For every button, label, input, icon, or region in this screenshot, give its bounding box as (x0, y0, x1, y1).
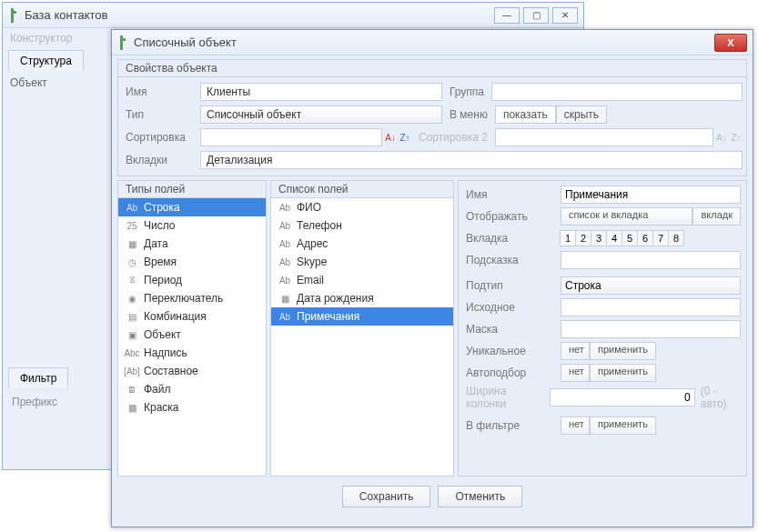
r-name-input[interactable] (561, 186, 741, 204)
r-display-label: Отображать (464, 210, 561, 223)
r-display-value[interactable]: список и вкладка (561, 207, 692, 226)
num-icon: 25 (126, 219, 138, 232)
inmenu-label: В меню (442, 108, 495, 121)
props-title: Свойства объекта (118, 60, 746, 77)
bg-object-label: Объект (10, 76, 47, 89)
r-filter-label: В фильтре (464, 419, 561, 432)
sort2-asc-icon[interactable]: A↓ (715, 129, 728, 146)
r-unique-value[interactable]: нет (561, 342, 590, 360)
r-default-input[interactable] (561, 298, 741, 316)
minimize-button[interactable]: — (494, 7, 520, 24)
tab-num-6[interactable]: 6 (637, 230, 653, 246)
type-item-label: Число (144, 219, 176, 232)
tab-num-7[interactable]: 7 (652, 230, 669, 246)
type-item-label: Составное (144, 365, 198, 377)
type-item-label: Период (144, 274, 182, 286)
tab-num-8[interactable]: 8 (668, 230, 684, 246)
r-mask-input[interactable] (561, 320, 741, 338)
field-item-label: Дата рождения (297, 292, 374, 305)
field-props-panel: Имя Отображать список и вкладка вкладк В… (458, 180, 747, 477)
inmenu-toggle[interactable]: показать скрыть (495, 105, 607, 124)
r-auto-label: Автоподбор (464, 366, 561, 379)
type-item-switch[interactable]: ◉Переключатель (118, 289, 266, 307)
type-item-label: Файл (144, 383, 171, 396)
bg-titlebar: База контактов — ▢ ✕ (3, 3, 583, 28)
group-label: Группа (442, 85, 491, 98)
dialog-buttons: Сохранить Отменить (112, 480, 753, 513)
sort-buttons: A↓ Z↑ (384, 129, 411, 146)
type-item-label: Надпись (144, 346, 187, 359)
combo-icon: ▤ (126, 310, 138, 323)
sort2-desc-icon[interactable]: Z↑ (730, 129, 743, 146)
r-hint-input[interactable] (561, 251, 741, 269)
group-input[interactable] (491, 83, 743, 101)
r-auto-apply[interactable]: применить (590, 364, 656, 382)
sort-input[interactable] (200, 128, 382, 146)
bg-filter-tab[interactable]: Фильтр (8, 367, 68, 388)
tab-num-5[interactable]: 5 (622, 230, 638, 246)
tab-numbers: 12345678 (561, 230, 684, 246)
save-button[interactable]: Сохранить (342, 486, 431, 507)
svg-rect-3 (123, 38, 126, 41)
type-item-time[interactable]: ◷Время (118, 253, 266, 271)
type-item-obj[interactable]: ▣Объект (118, 326, 266, 344)
type-item-color[interactable]: ▩Краска (118, 398, 266, 417)
type-item-period[interactable]: ⧖Период (118, 271, 266, 289)
date-icon: ▦ (278, 292, 291, 305)
types-title: Типы полей (118, 181, 266, 198)
name-input[interactable] (200, 83, 442, 101)
types-list: AbСтрока25Число▦Дата◷Время⧖Период◉Перекл… (118, 198, 266, 476)
r-mask-label: Маска (464, 323, 561, 336)
sort2-input[interactable] (495, 128, 713, 146)
field-item[interactable]: AbEmail (271, 271, 453, 289)
sort-asc-icon[interactable]: A↓ (384, 129, 397, 146)
cancel-button[interactable]: Отменить (438, 486, 522, 507)
r-colw-label: Ширина колонки (464, 385, 550, 410)
maximize-button[interactable]: ▢ (523, 7, 549, 24)
tab-num-3[interactable]: 3 (591, 230, 607, 246)
tab-num-4[interactable]: 4 (606, 230, 622, 246)
type-item-label: Комбинация (144, 310, 207, 323)
bg-tab-structure[interactable]: Структура (8, 50, 84, 71)
field-item[interactable]: ▦Дата рождения (271, 289, 453, 307)
r-unique-label: Уникальное (464, 345, 561, 357)
inmenu-hide[interactable]: скрыть (556, 105, 607, 124)
period-icon: ⧖ (126, 274, 138, 286)
r-colw-input[interactable] (550, 388, 695, 407)
close-button[interactable]: ✕ (552, 7, 578, 24)
type-item-combo[interactable]: ▤Комбинация (118, 307, 266, 326)
str-icon: Ab (278, 237, 291, 250)
tabs-input[interactable] (200, 151, 743, 169)
tab-num-1[interactable]: 1 (560, 230, 576, 246)
r-filter-value[interactable]: нет (561, 417, 590, 435)
field-list-panel: Список полей AbФИОAbТелефонAbАдресAbSkyp… (270, 180, 454, 477)
type-item-file[interactable]: 🗎Файл (118, 380, 266, 398)
r-hint-label: Подсказка (464, 254, 561, 266)
close-icon[interactable]: X (714, 34, 747, 52)
field-item-label: Примечания (297, 310, 359, 323)
type-item-str[interactable]: AbСтрока (118, 198, 266, 216)
inmenu-show[interactable]: показать (495, 105, 556, 124)
type-item-label: Время (144, 256, 177, 268)
type-item-label: Дата (144, 237, 168, 250)
field-item[interactable]: AbАдрес (271, 235, 453, 253)
field-item[interactable]: AbФИО (271, 198, 453, 216)
r-auto-value[interactable]: нет (561, 364, 590, 382)
type-item-num[interactable]: 25Число (118, 216, 266, 235)
field-item[interactable]: AbПримечания (271, 307, 453, 326)
field-item[interactable]: AbТелефон (271, 216, 453, 235)
tab-num-2[interactable]: 2 (575, 230, 591, 246)
str-icon: Ab (278, 274, 291, 286)
r-unique-apply[interactable]: применить (590, 342, 656, 360)
r-filter-apply[interactable]: применить (590, 417, 656, 435)
r-display-btn[interactable]: вкладк (692, 207, 741, 226)
type-item-date[interactable]: ▦Дата (118, 235, 266, 253)
sort-desc-icon[interactable]: Z↑ (399, 129, 411, 146)
r-subtype-value[interactable]: Строка (561, 276, 741, 295)
type-item-compound[interactable]: [Ab]Составное (118, 362, 266, 380)
field-item-label: Телефон (297, 219, 342, 232)
type-item-label[interactable]: AbcНадпись (118, 344, 266, 362)
field-item[interactable]: AbSkype (271, 253, 453, 271)
dlg-titlebar: Списочный объект X (112, 30, 753, 55)
type-item-label: Переключатель (144, 292, 223, 305)
